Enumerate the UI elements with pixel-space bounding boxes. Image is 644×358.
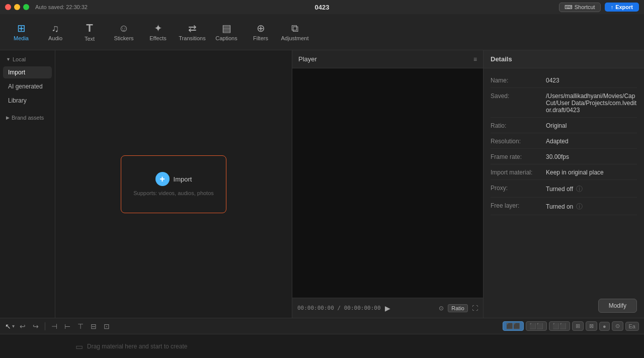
film-strip-icon: ▭ (75, 342, 83, 351)
local-section[interactable]: ▼ Local (3, 54, 52, 64)
align-top-button[interactable]: ⊤ (75, 321, 86, 331)
stickers-icon: ☺ (119, 23, 129, 33)
tool-audio-label: Audio (48, 35, 62, 41)
player-controls-right: ⊙ Ratio ⛶ (439, 304, 478, 312)
tool-text[interactable]: T Text (73, 18, 106, 47)
details-title: Details (491, 55, 512, 63)
export-icon: ↑ (611, 4, 614, 10)
shortcut-button[interactable]: ⌨ Shortcut (559, 3, 601, 12)
brand-arrow-icon: ▶ (6, 115, 10, 120)
local-arrow-icon: ▼ (6, 57, 11, 62)
tool-effects[interactable]: ✦ Effects (142, 18, 174, 47)
timeline-tool-r3[interactable]: ⬛⬛ (549, 321, 570, 331)
redo-button[interactable]: ↪ (31, 321, 41, 331)
details-header: Details (484, 50, 644, 68)
tool-stickers[interactable]: ☺ Stickers (108, 18, 140, 47)
timeline: ↖ ▾ ↩ ↪ ⊣ ⊢ ⊤ ⊟ ⊡ ⬛⬛ ⬛⬛ ⬛⬛ ⊞ ⊠ ● ⊙ Ea ▭ … (0, 318, 644, 358)
crop-button[interactable]: ⊟ (89, 321, 99, 331)
text-icon: T (86, 23, 93, 34)
detail-proxy-value: Turned off (546, 186, 573, 193)
tool-effects-label: Effects (149, 35, 166, 41)
transitions-icon: ⇄ (188, 23, 197, 33)
detail-saved-key: Saved: (491, 93, 546, 100)
media-icon: ⊞ (17, 23, 26, 33)
selector-tool[interactable]: ↖ ▾ (5, 322, 15, 330)
import-box-sublabel: Supports: videos, audios, photos (133, 190, 214, 196)
detail-ratio-key: Ratio: (491, 122, 546, 129)
media-area: + Import Supports: videos, audios, photo… (55, 50, 292, 318)
split-button[interactable]: ⊣ (49, 321, 59, 331)
audio-icon: ♫ (52, 23, 59, 33)
tool-stickers-label: Stickers (114, 35, 133, 41)
sidebar-item-ai[interactable]: AI generated (3, 80, 52, 93)
detail-framerate-key: Frame rate: (491, 153, 546, 160)
adjustment-icon: ⧉ (291, 23, 298, 33)
detail-freelayer-val-group: Turned on ⓘ (546, 202, 583, 211)
autosave-label: Auto saved: 22:30:32 (35, 4, 88, 10)
timeline-tool-r1[interactable]: ⬛⬛ (503, 321, 524, 331)
delete-button[interactable]: ⊡ (102, 321, 112, 331)
import-label: Import (8, 69, 25, 76)
brand-assets-section[interactable]: ▶ Brand assets (3, 113, 52, 123)
selector-chevron-icon: ▾ (12, 323, 15, 329)
detail-freelayer-key: Free layer: (491, 202, 546, 209)
align-left-button[interactable]: ⊢ (62, 321, 72, 331)
details-body: Name: 0423 Saved: /Users/mallikadhyani/M… (484, 68, 644, 294)
detail-saved-value: /Users/mallikadhyani/Movies/CapCut/User … (546, 93, 637, 114)
tool-captions[interactable]: ▤ Captions (210, 18, 243, 47)
shortcut-label: Shortcut (575, 4, 595, 10)
project-title: 0423 (315, 4, 330, 11)
play-button[interactable]: ▶ (385, 304, 390, 312)
fit-screen-button[interactable]: ⊙ (439, 305, 444, 312)
fullscreen-button[interactable]: ⛶ (472, 305, 478, 312)
proxy-info-icon[interactable]: ⓘ (576, 185, 583, 194)
player-timecode: 00:00:00:00 / 00:00:00:00 (297, 305, 381, 311)
close-button[interactable] (5, 4, 11, 10)
selector-cursor-icon: ↖ (5, 322, 11, 330)
ai-label: AI generated (8, 83, 43, 90)
tool-audio[interactable]: ♫ Audio (39, 18, 71, 47)
detail-name-value: 0423 (546, 77, 637, 84)
detail-resolution-value: Adapted (546, 138, 637, 145)
detail-freelayer-value: Turned on (546, 203, 573, 210)
timeline-tool-r2[interactable]: ⬛⬛ (526, 321, 547, 331)
detail-ratio-value: Original (546, 122, 637, 129)
tool-transitions[interactable]: ⇄ Transitions (176, 18, 208, 47)
captions-icon: ▤ (222, 23, 231, 33)
sidebar-item-library[interactable]: Library (3, 95, 52, 107)
timeline-tool-r7[interactable]: ⊙ (612, 321, 623, 331)
detail-name-key: Name: (491, 77, 546, 84)
player-panel: Player ≡ 00:00:00:00 / 00:00:00:00 ▶ ⊙ R… (292, 50, 483, 318)
tool-media[interactable]: ⊞ Media (5, 18, 37, 47)
maximize-button[interactable] (23, 4, 29, 10)
keyboard-icon: ⌨ (565, 4, 573, 11)
timeline-tool-ea[interactable]: Ea (625, 322, 639, 331)
import-box-content: + Import (155, 172, 192, 186)
ratio-badge[interactable]: Ratio (448, 304, 468, 312)
modify-button[interactable]: Modify (598, 299, 637, 313)
import-box-label: Import (174, 175, 192, 183)
detail-saved-row: Saved: /Users/mallikadhyani/Movies/CapCu… (491, 89, 637, 118)
player-title: Player (298, 55, 317, 63)
undo-button[interactable]: ↩ (18, 321, 28, 331)
details-panel: Details Name: 0423 Saved: /Users/mallika… (483, 50, 644, 318)
detail-framerate-value: 30.00fps (546, 153, 637, 160)
tool-transitions-label: Transitions (179, 35, 205, 41)
tool-filters[interactable]: ⊕ Filters (245, 18, 277, 47)
timeline-tool-r5[interactable]: ⊠ (586, 321, 597, 331)
detail-proxy-row: Proxy: Turned off ⓘ (491, 181, 637, 198)
timeline-tool-r6[interactable]: ● (599, 322, 610, 331)
timeline-tool-r4[interactable]: ⊞ (572, 321, 584, 331)
brand-label: Brand assets (12, 115, 44, 121)
tool-adjustment[interactable]: ⧉ Adjustment (279, 18, 311, 47)
detail-proxy-key: Proxy: (491, 185, 546, 192)
sidebar-item-import[interactable]: Import (3, 66, 52, 78)
minimize-button[interactable] (14, 4, 20, 10)
freelayer-info-icon[interactable]: ⓘ (576, 202, 583, 211)
detail-resolution-row: Resolution: Adapted (491, 134, 637, 149)
export-button[interactable]: ↑ Export (605, 3, 639, 12)
export-label: Export (615, 4, 633, 10)
player-body (292, 68, 483, 298)
import-box[interactable]: + Import Supports: videos, audios, photo… (121, 155, 226, 213)
player-menu-icon[interactable]: ≡ (473, 56, 477, 63)
